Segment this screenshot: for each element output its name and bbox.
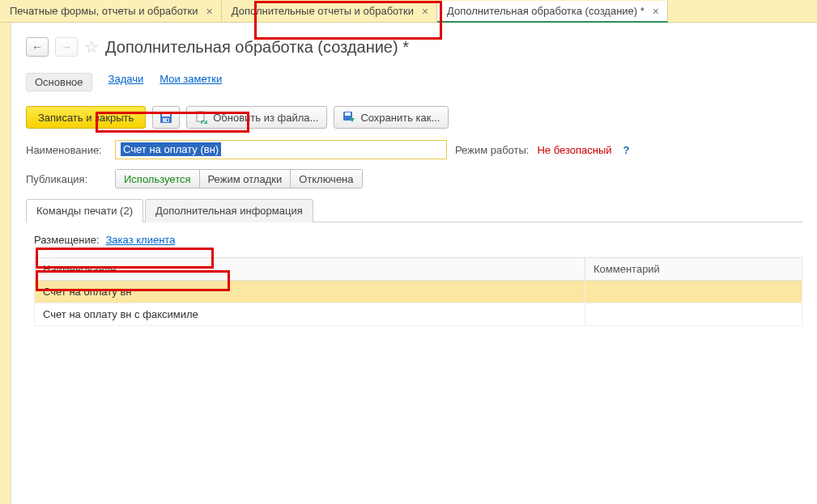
publication-option-off[interactable]: Отключена	[291, 169, 362, 188]
table-row[interactable]: Счет на оплату вн с факсимиле	[35, 303, 802, 326]
svg-rect-6	[345, 112, 351, 116]
section-links: Основное Задачи Мои заметки	[26, 73, 802, 91]
tab-label: Дополнительные отчеты и обработки	[232, 5, 414, 17]
update-from-file-button[interactable]: Обновить из файла...	[186, 106, 327, 129]
tab-label: Дополнительная обработка (создание) *	[447, 5, 645, 17]
placement-link[interactable]: Заказ клиента	[106, 234, 176, 246]
toolbar: Записать и закрыть Обновить из файла... …	[26, 106, 802, 129]
svg-rect-3	[167, 119, 168, 121]
name-input-value: Счет на оплату (вн)	[121, 142, 221, 156]
name-label: Наименование:	[26, 144, 107, 156]
window-tab[interactable]: Дополнительные отчеты и обработки ×	[222, 0, 437, 22]
window-tab[interactable]: Печатные формы, отчеты и обработки ×	[0, 0, 222, 22]
tab-extra-info[interactable]: Дополнительная информация	[145, 199, 313, 222]
commands-table: Наименование Комментарий Счет на оплату …	[34, 257, 802, 326]
publication-option-used[interactable]: Используется	[115, 169, 200, 188]
section-main[interactable]: Основное	[26, 73, 92, 91]
cell-name: Счет на оплату вн с факсимиле	[35, 303, 585, 326]
table-row[interactable]: Счет на оплату вн	[35, 281, 802, 303]
cell-comment	[585, 281, 802, 303]
help-icon[interactable]: ?	[623, 144, 630, 156]
floppy-icon	[160, 111, 172, 124]
svg-rect-4	[197, 112, 204, 121]
window-tab-strip: Печатные формы, отчеты и обработки × Доп…	[0, 0, 817, 23]
nav-forward-button[interactable]: →	[55, 37, 78, 57]
close-icon[interactable]: ×	[205, 5, 215, 18]
section-tasks[interactable]: Задачи	[109, 73, 144, 91]
close-icon[interactable]: ×	[420, 5, 430, 18]
publication-row: Публикация: Используется Режим отладки О…	[26, 169, 802, 188]
table-header-row: Наименование Комментарий	[35, 258, 802, 281]
placement-label: Размещение:	[34, 234, 100, 246]
publication-label: Публикация:	[26, 173, 107, 185]
close-icon[interactable]: ×	[651, 5, 661, 18]
cell-name: Счет на оплату вн	[35, 281, 585, 303]
mode-value: Не безопасный	[537, 144, 611, 156]
publication-toggle: Используется Режим отладки Отключена	[115, 169, 363, 188]
window-tab[interactable]: Дополнительная обработка (создание) * ×	[437, 1, 668, 23]
save-and-close-button[interactable]: Записать и закрыть	[26, 106, 146, 129]
save-as-button[interactable]: Сохранить как...	[334, 106, 449, 129]
col-name[interactable]: Наименование	[35, 258, 585, 281]
refresh-file-icon	[195, 111, 208, 124]
mode-label: Режим работы:	[455, 144, 529, 156]
page-title: Дополнительная обработка (создание) *	[105, 38, 409, 57]
favorite-star-icon[interactable]: ☆	[84, 37, 99, 57]
publication-option-debug[interactable]: Режим отладки	[200, 169, 291, 188]
title-row: ← → ☆ Дополнительная обработка (создание…	[26, 37, 802, 57]
tab-label: Печатные формы, отчеты и обработки	[10, 5, 198, 17]
content-area: ← → ☆ Дополнительная обработка (создание…	[11, 23, 817, 504]
placement-row: Размещение: Заказ клиента	[34, 234, 802, 246]
svg-rect-1	[162, 112, 170, 116]
col-comment[interactable]: Комментарий	[585, 258, 802, 281]
tab-print-commands[interactable]: Команды печати (2)	[26, 199, 143, 222]
inner-panel: Размещение: Заказ клиента Наименование К…	[26, 222, 802, 326]
name-field-row: Наименование: Счет на оплату (вн) Режим …	[26, 140, 802, 159]
save-button[interactable]	[152, 106, 180, 129]
name-input[interactable]: Счет на оплату (вн)	[115, 140, 447, 159]
left-gutter	[0, 23, 11, 504]
save-as-icon	[343, 111, 355, 124]
cell-comment	[585, 303, 802, 326]
inner-tabs: Команды печати (2) Дополнительная информ…	[26, 198, 802, 222]
nav-back-button[interactable]: ←	[26, 37, 49, 57]
section-notes[interactable]: Мои заметки	[160, 73, 222, 91]
